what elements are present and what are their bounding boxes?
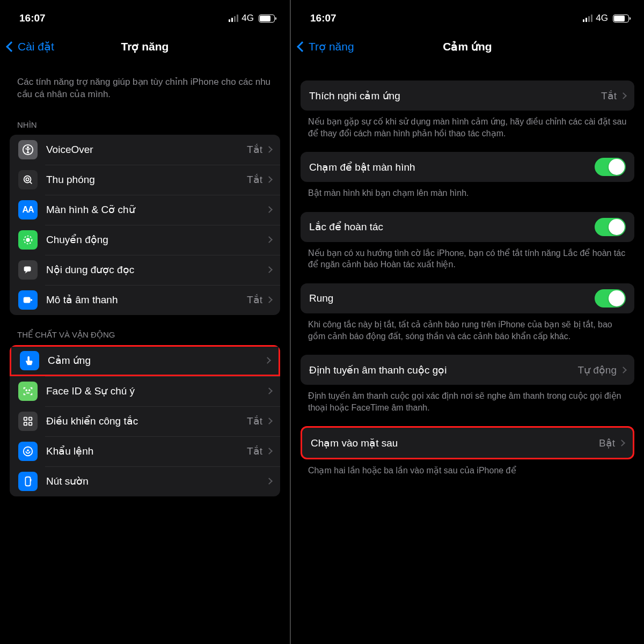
svg-point-1 [27,147,28,148]
svg-rect-6 [24,266,31,271]
back-label: Cài đặt [18,40,54,53]
group-thechat: Cảm ứngFace ID & Sự chú ýĐiều khiển công… [10,345,280,496]
network-label: 4G [596,13,608,24]
audio-desc-icon [18,290,38,310]
zoom-icon [18,170,38,189]
row-call-route[interactable]: Định tuyến âm thanh cuộc gọi Tự động [301,355,634,385]
chevron-right-icon [266,147,273,153]
row-label: Mô tả âm thanh [46,294,247,306]
nav-bar: Cài đặt Trợ năng [0,31,290,62]
aa-icon: AA [18,200,38,219]
row-manhinh-cochu[interactable]: AAMàn hình & Cỡ chữ [10,195,280,225]
status-bar: 16:07 4G [0,0,290,31]
accessibility-icon [18,140,38,159]
row-value: Tắt [247,294,262,306]
touch-icon [20,351,39,370]
row-label: Lắc để hoàn tác [309,221,595,233]
chevron-right-icon [266,207,273,214]
group-shake-undo: Lắc để hoàn tác [301,212,634,242]
row-back-tap[interactable]: Chạm vào mặt sau Bật [302,428,633,458]
row-chuyendong[interactable]: Chuyển động [10,225,280,255]
chevron-right-icon [620,92,627,99]
row-label: Thu phóng [46,174,247,186]
row-tap-wake[interactable]: Chạm để bật màn hình [301,152,634,182]
svg-point-2 [24,176,31,183]
row-label: VoiceOver [46,144,247,156]
row-label: Cảm ứng [48,354,265,367]
toggle-vibration[interactable] [595,289,626,308]
chevron-left-icon [297,41,308,52]
svg-point-8 [31,299,33,301]
row-mota-amthanh[interactable]: Mô tả âm thanhTắt [10,285,280,315]
status-right: 4G [229,13,275,24]
motion-icon [18,230,38,250]
chevron-right-icon [620,367,627,374]
signal-icon [229,14,238,22]
chevron-right-icon [266,448,273,455]
group-thichnghi: Thích nghi cảm ứng Tắt [301,80,634,111]
content: Các tính năng trợ năng giúp bạn tùy chỉn… [0,62,290,518]
chevron-left-icon [6,41,17,52]
section-header-nhin: NHÌN [10,105,280,135]
row-label: Rung [309,292,595,304]
row-khaulenh[interactable]: Khẩu lệnhTắt [10,436,280,466]
svg-rect-14 [29,422,32,426]
svg-point-5 [26,238,30,241]
footer-vibration: Khi công tắc này bị tắt, tất cả cảnh báo… [301,313,634,342]
row-value: Tắt [247,173,262,186]
sidebtn-icon [18,472,38,491]
status-time: 16:07 [19,12,46,24]
row-label: Màn hình & Cỡ chữ [46,203,267,216]
battery-icon [613,14,629,23]
faceid-icon [18,382,38,401]
chevron-right-icon [264,357,271,364]
intro-text: Các tính năng trợ năng giúp bạn tùy chỉn… [10,62,280,105]
chevron-right-icon [618,440,625,447]
svg-rect-18 [31,479,32,481]
status-time: 16:07 [310,12,336,24]
group-call-route: Định tuyến âm thanh cuộc gọi Tự động [301,355,634,385]
group-tap-wake: Chạm để bật màn hình [301,152,634,182]
chevron-right-icon [266,267,273,274]
phone-right: 16:07 4G Trợ năng Cảm ứng Thích nghi cảm… [291,0,644,644]
row-label: Nút sườn [46,475,267,487]
svg-rect-13 [24,422,27,426]
toggle-shake-undo[interactable] [595,218,626,236]
row-label: Điều khiển công tắc [46,415,247,427]
nav-bar: Trợ năng Cảm ứng [291,31,644,62]
row-value: Tự động [577,364,617,376]
row-camung[interactable]: Cảm ứng [10,345,280,376]
row-shake-undo[interactable]: Lắc để hoàn tác [301,212,634,242]
row-dieukhiencongtac[interactable]: Điều khiển công tắcTắt [10,406,280,436]
status-bar: 16:07 4G [291,0,644,31]
footer-call-route: Định tuyến âm thanh cuộc gọi xác định nơ… [301,385,634,413]
svg-point-16 [27,449,29,451]
chevron-right-icon [266,388,273,395]
row-thuphong[interactable]: Thu phóngTắt [10,165,280,195]
back-button[interactable]: Trợ năng [298,40,354,53]
svg-rect-11 [24,418,27,421]
chevron-right-icon [266,478,273,485]
row-label: Nội dung được đọc [46,264,267,276]
row-value: Tắt [247,415,262,427]
row-nutsuon[interactable]: Nút sườn [10,466,280,496]
back-label: Trợ năng [309,40,354,53]
back-button[interactable]: Cài đặt [8,40,54,53]
row-value: Tắt [247,445,262,457]
row-label: Chuyển động [46,233,267,246]
switch-icon [18,412,38,431]
chevron-right-icon [266,237,273,244]
row-label: Chạm vào mặt sau [311,437,599,449]
row-thichnghi[interactable]: Thích nghi cảm ứng Tắt [301,80,634,111]
footer-shake-undo: Nếu bạn có xu hướng tình cờ lắc iPhone, … [301,242,634,270]
battery-icon [259,14,275,23]
svg-point-3 [26,178,29,181]
row-label: Chạm để bật màn hình [309,161,595,173]
row-faceid-suchuy[interactable]: Face ID & Sự chú ý [10,376,280,406]
svg-rect-7 [24,297,31,303]
toggle-tap-wake[interactable] [595,158,626,176]
row-voiceover[interactable]: VoiceOverTắt [10,135,280,165]
row-noidungdoc[interactable]: Nội dung được đọc [10,255,280,285]
row-value: Tắt [247,143,262,156]
row-vibration[interactable]: Rung [301,283,634,313]
